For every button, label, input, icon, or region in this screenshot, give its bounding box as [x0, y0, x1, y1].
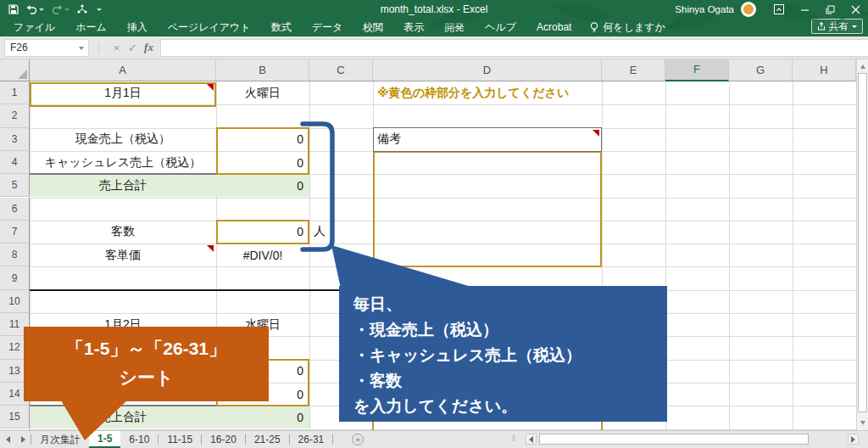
ribbon-tab-数式[interactable]: 数式 — [261, 19, 302, 36]
row-header-9[interactable]: 9 — [0, 266, 30, 289]
row-header-6[interactable]: 6 — [0, 198, 30, 221]
ribbon-display-options-icon[interactable] — [766, 0, 792, 19]
avatar[interactable] — [741, 2, 756, 17]
cell-B8[interactable]: #DIV/0! — [216, 244, 309, 266]
ribbon-tab-ページレイアウト[interactable]: ページレイアウト — [158, 19, 261, 36]
orange-callout-line: 「1-5」～「26-31」 — [24, 334, 269, 363]
tell-me-label: 何をしますか — [603, 20, 665, 35]
column-header-E[interactable]: E — [602, 59, 665, 81]
blue-callout-line: 毎日、 — [353, 292, 667, 317]
vertical-scroll-thumb[interactable] — [858, 73, 867, 412]
ribbon-tab-開発[interactable]: 開発 — [434, 19, 475, 36]
close-icon[interactable] — [843, 0, 868, 19]
cell-A1[interactable]: 1月1日 — [30, 81, 216, 104]
enter-icon[interactable]: ✓ — [125, 42, 141, 54]
input-box-remarks[interactable] — [373, 151, 602, 267]
maximize-icon[interactable] — [817, 0, 843, 19]
column-header-C[interactable]: C — [309, 59, 373, 81]
lightbulb-icon — [590, 22, 598, 33]
cell-B1[interactable]: 火曜日 — [216, 81, 309, 104]
sheet-tab-11-15[interactable]: 11-15 — [159, 431, 201, 448]
cell-A7[interactable]: 客数 — [30, 221, 216, 244]
column-header-G[interactable]: G — [729, 59, 793, 81]
row-header-1[interactable]: 1 — [0, 81, 30, 104]
sheet-nav-left-icon[interactable] — [0, 431, 15, 448]
column-header-A[interactable]: A — [30, 59, 216, 81]
ribbon-tab-ヘルプ[interactable]: ヘルプ — [475, 19, 526, 36]
sheet-nav-right-icon[interactable] — [15, 431, 31, 448]
redo-icon[interactable] — [52, 5, 70, 14]
orange-callout-tail — [61, 400, 127, 440]
ribbon-tab-Acrobat[interactable]: Acrobat — [526, 19, 581, 36]
hscroll-left-icon[interactable] — [526, 434, 537, 445]
user-name[interactable]: Shinya Ogata — [675, 4, 734, 14]
name-box[interactable]: F26 — [4, 39, 89, 57]
row-header-7[interactable]: 7 — [0, 221, 30, 244]
tell-me-box[interactable]: 何をしますか — [581, 20, 673, 35]
column-headers: ABCDEFGH — [0, 59, 856, 81]
horizontal-scroll-thumb[interactable] — [539, 434, 809, 445]
ribbon-tab-データ[interactable]: データ — [302, 19, 353, 36]
column-header-H[interactable]: H — [793, 59, 856, 81]
quick-access-toolbar — [8, 4, 102, 14]
cell-A5[interactable]: 売上合計 — [30, 174, 216, 197]
cell-D3[interactable]: 備考 — [373, 128, 602, 151]
scroll-down-icon[interactable] — [860, 421, 865, 425]
name-box-caret-icon[interactable] — [79, 47, 84, 50]
row-header-4[interactable]: 4 — [0, 151, 30, 174]
cell-B5[interactable]: 0 — [216, 174, 309, 197]
cancel-icon[interactable]: × — [108, 42, 125, 54]
row-header-3[interactable]: 3 — [0, 128, 30, 151]
blue-callout[interactable]: 毎日、・現金売上（税込）・キャッシュレス売上（税込）・客数を入力してください。 — [339, 286, 667, 422]
gridline — [793, 81, 793, 430]
row-header-8[interactable]: 8 — [0, 244, 30, 266]
cell-A3[interactable]: 現金売上（税込） — [30, 128, 216, 151]
blue-callout-line: ・現金売上（税込） — [353, 317, 667, 343]
cell-B7[interactable]: 0 — [216, 221, 309, 244]
cell-C7[interactable]: 人 — [309, 221, 373, 244]
sheet-tab-21-25[interactable]: 21-25 — [246, 431, 289, 448]
cell-B3[interactable]: 0 — [216, 128, 309, 151]
tab-separator — [332, 434, 333, 445]
column-header-B[interactable]: B — [216, 59, 309, 81]
cell-A8[interactable]: 客単価 — [30, 244, 216, 266]
cell-D1[interactable]: ※黄色の枠部分を入力してください — [373, 81, 602, 104]
row-header-10[interactable]: 10 — [0, 290, 30, 313]
blue-callout-line: ・客数 — [353, 368, 667, 394]
avatar-badge — [743, 4, 754, 14]
sheet-tab-16-20[interactable]: 16-20 — [202, 431, 245, 448]
row-header-5[interactable]: 5 — [0, 174, 30, 197]
ribbon-tab-挿入[interactable]: 挿入 — [117, 19, 158, 36]
save-icon[interactable] — [8, 4, 19, 14]
undo-icon[interactable] — [26, 5, 44, 14]
column-header-D[interactable]: D — [373, 59, 602, 81]
scroll-up-icon[interactable] — [860, 64, 865, 69]
sheet-tab-26-31[interactable]: 26-31 — [290, 431, 333, 448]
ribbon-tab-ホーム[interactable]: ホーム — [65, 19, 117, 36]
minimize-icon[interactable] — [792, 0, 817, 19]
comment-marker-D3 — [593, 130, 599, 137]
ribbon-tab-校閲[interactable]: 校閲 — [353, 19, 393, 36]
share-button[interactable]: 共有 — [811, 19, 863, 34]
touch-mode-icon[interactable] — [77, 4, 87, 14]
cell-B4[interactable]: 0 — [216, 151, 309, 174]
ribbon-tab-表示[interactable]: 表示 — [393, 19, 434, 36]
scrollbar-resize-grip[interactable]: ⁞⁞ — [512, 434, 515, 443]
row-header-15[interactable]: 15 — [0, 406, 30, 428]
add-sheet-button[interactable]: + — [352, 434, 364, 445]
column-header-F[interactable]: F — [665, 59, 729, 81]
ribbon-tab-ファイル[interactable]: ファイル — [3, 19, 65, 36]
insert-function-icon[interactable]: fx — [141, 41, 157, 54]
customize-quick-access-icon[interactable] — [95, 8, 102, 11]
gridline — [729, 81, 730, 430]
blue-callout-line: ・キャッシュレス売上（税込） — [353, 343, 667, 368]
row-header-2[interactable]: 2 — [0, 104, 30, 127]
hscroll-right-icon[interactable] — [848, 434, 859, 445]
orange-callout[interactable]: 「1-5」～「26-31」 シート — [24, 327, 269, 401]
vertical-scrollbar[interactable] — [856, 59, 868, 430]
cell-A4[interactable]: キャッシュレス売上（税込） — [30, 151, 216, 174]
ribbon-tabs: ファイルホーム挿入ページレイアウト数式データ校閲表示開発ヘルプAcrobat — [3, 19, 581, 36]
select-all-corner[interactable] — [0, 59, 30, 81]
cell-B15[interactable]: 0 — [216, 406, 309, 428]
formula-input[interactable] — [160, 39, 868, 57]
